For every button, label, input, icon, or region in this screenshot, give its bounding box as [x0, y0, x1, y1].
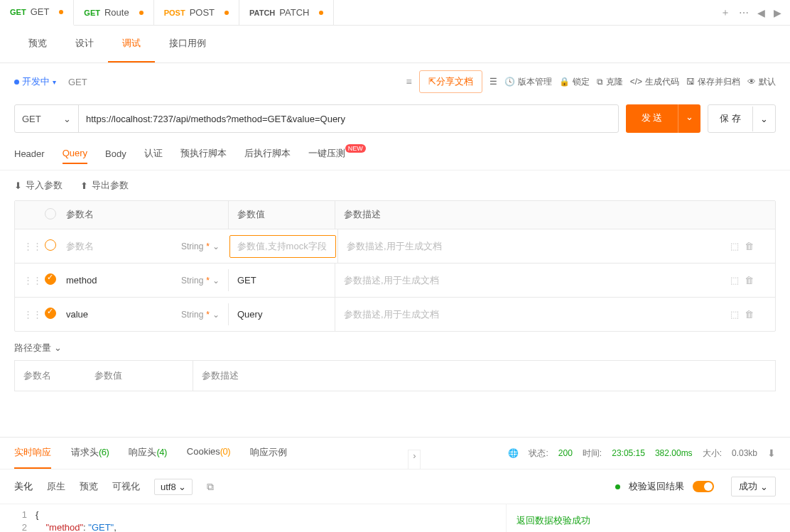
param-name-input[interactable]: value	[66, 309, 88, 320]
title-input[interactable]: GET	[63, 72, 399, 92]
col-value: 参数值	[228, 201, 335, 229]
tab-post[interactable]: POST POST	[154, 0, 239, 26]
chevron-down-icon: ⌄	[212, 241, 220, 251]
save-button[interactable]: 保 存 ⌄	[708, 104, 776, 133]
tab-patch[interactable]: PATCH PATCH	[239, 0, 334, 26]
viewtab-preview[interactable]: 预览	[80, 480, 98, 493]
copy-icon[interactable]: ⧉	[207, 481, 214, 493]
next-icon[interactable]: ▶	[774, 7, 781, 18]
resptab-cookies[interactable]: Cookies(0)	[187, 438, 230, 469]
subtab-debug[interactable]: 调试	[108, 26, 155, 63]
validate-label: 校验返回结果	[629, 480, 684, 493]
cube-icon[interactable]: ⬚	[730, 241, 739, 251]
param-desc-input[interactable]: 参数描述,用于生成文档	[347, 240, 442, 253]
viewtab-beautify[interactable]: 美化	[14, 480, 33, 493]
code-icon: </>	[630, 77, 642, 87]
send-dropdown[interactable]: ⌄	[678, 104, 700, 133]
resptab-realtime[interactable]: 实时响应	[14, 438, 51, 469]
method-badge: GET	[10, 8, 26, 16]
viewtab-visual[interactable]: 可视化	[112, 480, 140, 493]
cube-icon[interactable]: ⬚	[730, 309, 739, 320]
delete-icon[interactable]: 🗑	[745, 309, 754, 320]
add-tab-icon[interactable]: ＋	[720, 6, 730, 19]
tab-get[interactable]: GET GET	[0, 0, 74, 26]
delete-icon[interactable]: 🗑	[745, 275, 754, 286]
reqtab-postscript[interactable]: 后执行脚本	[244, 143, 291, 164]
col-name: 参数名	[15, 361, 86, 391]
prev-icon[interactable]: ◀	[757, 7, 765, 18]
import-params-button[interactable]: ⬇导入参数	[14, 179, 63, 192]
reqtab-body[interactable]: Body	[105, 144, 126, 163]
share-button[interactable]: ⇱分享文档	[419, 70, 482, 93]
type-select[interactable]: String * ⌄	[181, 310, 220, 320]
subtab-preview[interactable]: 预览	[14, 26, 61, 63]
chevron-down-icon: ⌄	[63, 114, 71, 124]
type-select[interactable]: String * ⌄	[181, 276, 220, 286]
param-value-input[interactable]: Query	[237, 309, 262, 320]
subtab-design[interactable]: 设计	[61, 26, 108, 63]
format-icon[interactable]: ☰	[489, 77, 497, 87]
method-select[interactable]: GET ⌄	[15, 105, 79, 132]
more-icon[interactable]: ⋯	[739, 7, 749, 18]
viewtab-raw[interactable]: 原生	[47, 480, 65, 493]
delete-icon[interactable]: 🗑	[745, 241, 754, 251]
result-select[interactable]: 成功 ⌄	[731, 477, 776, 496]
method-badge: GET	[84, 9, 100, 17]
param-value-input[interactable]: GET	[237, 275, 256, 286]
tab-route[interactable]: GET Route	[74, 0, 153, 26]
param-io-row: ⬇导入参数 ⬆导出参数	[0, 170, 790, 200]
resptab-example[interactable]: 响应示例	[250, 438, 287, 469]
view-tabs: 预览 设计 调试 接口用例	[0, 26, 790, 63]
new-badge: NEW	[345, 144, 366, 153]
download-icon[interactable]: ⬇	[767, 447, 776, 459]
type-select[interactable]: String * ⌄	[181, 241, 220, 251]
send-button[interactable]: 发 送 ⌄	[626, 104, 701, 133]
dev-status-select[interactable]: 开发中 ▾	[14, 75, 56, 88]
param-name-input[interactable]: 参数名	[66, 240, 94, 253]
param-desc-input[interactable]: 参数描述,用于生成文档	[344, 308, 439, 321]
unsaved-dot-icon	[59, 10, 63, 14]
resptab-respheaders[interactable]: 响应头(4)	[129, 438, 166, 469]
lock-icon: 🔒	[559, 77, 570, 87]
lock-button[interactable]: 🔒锁定	[559, 76, 590, 88]
version-button[interactable]: 🕓版本管理	[504, 76, 552, 88]
subtab-cases[interactable]: 接口用例	[155, 26, 220, 63]
row-checkbox[interactable]	[45, 239, 56, 251]
reqtab-prescript[interactable]: 预执行脚本	[180, 143, 227, 164]
validate-toggle[interactable]	[693, 481, 714, 492]
upload-icon: ⬆	[80, 180, 88, 191]
url-input[interactable]: https://localhost:7237/api/methods?metho…	[79, 105, 618, 132]
save-dropdown[interactable]: ⌄	[752, 107, 775, 131]
export-params-button[interactable]: ⬆导出参数	[80, 179, 129, 192]
magic-icon[interactable]: ≡	[406, 76, 411, 87]
select-all-checkbox[interactable]	[45, 208, 56, 219]
clone-button[interactable]: ⧉克隆	[597, 76, 623, 88]
reqtab-auth[interactable]: 认证	[144, 143, 163, 164]
param-value-input[interactable]: 参数值,支持mock字段	[237, 241, 327, 251]
resptab-reqheaders[interactable]: 请求头(6)	[71, 438, 109, 469]
cube-icon[interactable]: ⬚	[730, 275, 739, 286]
code-content[interactable]: { "method": "GET", "value": "Query" }	[36, 509, 506, 532]
reqtab-stress[interactable]: 一键压测NEW	[308, 143, 366, 164]
reqtab-header[interactable]: Header	[14, 144, 45, 163]
param-desc-input[interactable]: 参数描述,用于生成文档	[344, 274, 439, 287]
gencode-button[interactable]: </>生成代码	[630, 76, 679, 88]
status-dot-icon	[14, 80, 19, 85]
toolbar: 开发中 ▾ GET ≡ ⇱分享文档 ☰ 🕓版本管理 🔒锁定 ⧉克隆 </>生成代…	[0, 63, 790, 100]
col-desc: 参数描述	[335, 201, 775, 229]
col-name: 参数名	[58, 201, 228, 229]
view-mode-button[interactable]: 👁默认	[747, 76, 776, 88]
row-checkbox[interactable]	[45, 308, 56, 319]
pathvar-toggle[interactable]: 路径变量 ⌄	[14, 342, 62, 353]
row-checkbox[interactable]	[45, 273, 56, 285]
path-variables-section: 路径变量 ⌄ 参数名 参数值 参数描述	[0, 332, 790, 401]
archive-button[interactable]: 🖫保存并归档	[686, 76, 740, 88]
param-name-input[interactable]: method	[66, 275, 97, 286]
response-section: 实时响应 请求头(6) 响应头(4) Cookies(0) 响应示例 🌐 状态:…	[0, 437, 790, 532]
unsaved-dot-icon	[319, 11, 323, 15]
chevron-down-icon: ⌄	[178, 482, 186, 492]
reqtab-query[interactable]: Query	[63, 143, 87, 164]
collapse-icon[interactable]: ›	[408, 450, 421, 469]
encoding-select[interactable]: utf8 ⌄	[154, 479, 193, 495]
tab-title: PATCH	[279, 7, 309, 18]
